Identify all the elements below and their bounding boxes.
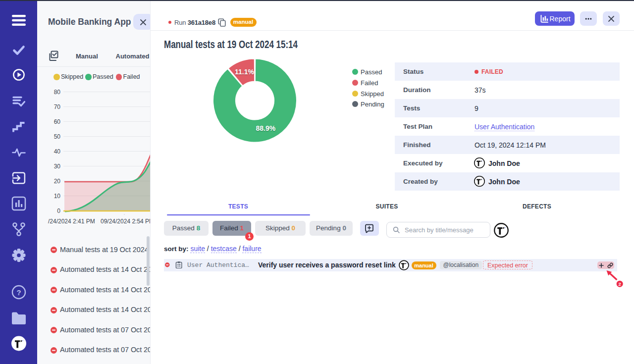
- svg-text:?: ?: [16, 288, 21, 297]
- svg-text:2: 2: [619, 281, 621, 287]
